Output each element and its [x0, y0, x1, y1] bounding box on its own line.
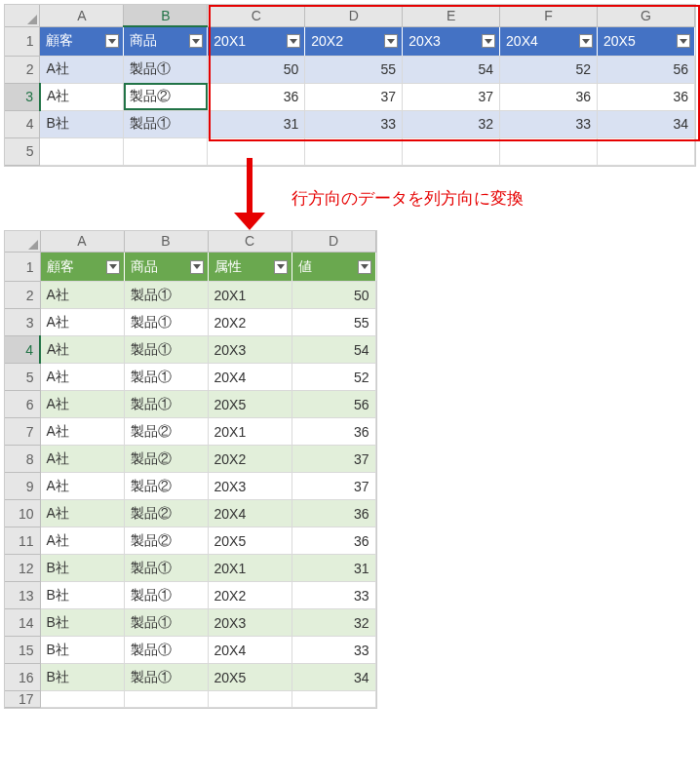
cell[interactable] — [208, 137, 305, 165]
col-header-A[interactable]: A — [40, 5, 124, 26]
cell[interactable]: 52 — [500, 56, 598, 83]
row-header-9[interactable]: 9 — [5, 473, 40, 500]
cell[interactable] — [208, 691, 292, 708]
cell[interactable]: 52 — [292, 364, 375, 391]
cell[interactable]: 20X4 — [208, 637, 292, 664]
cell[interactable]: 33 — [292, 637, 375, 664]
table-header-2[interactable]: 20X1 — [208, 26, 305, 56]
row-header-12[interactable]: 12 — [5, 555, 40, 582]
filter-dropdown-icon[interactable] — [274, 260, 288, 274]
col-header-D[interactable]: D — [292, 231, 375, 253]
table-header-1[interactable]: 商品 — [124, 253, 208, 282]
row-header-3[interactable]: 3 — [5, 309, 40, 336]
filter-dropdown-icon[interactable] — [287, 34, 300, 48]
cell[interactable] — [500, 137, 598, 165]
cell[interactable]: B社 — [40, 637, 124, 664]
cell[interactable]: A社 — [40, 500, 124, 527]
filter-dropdown-icon[interactable] — [358, 260, 371, 274]
cell[interactable]: B社 — [40, 555, 124, 582]
cell[interactable]: B社 — [40, 110, 124, 137]
col-header-A[interactable]: A — [40, 231, 124, 253]
cell[interactable]: 34 — [598, 110, 695, 137]
filter-dropdown-icon[interactable] — [190, 260, 204, 274]
cell[interactable]: 製品① — [124, 336, 208, 364]
cell[interactable]: 20X3 — [208, 473, 292, 500]
cell[interactable]: A社 — [40, 473, 124, 500]
cell[interactable]: 製品② — [124, 446, 208, 473]
cell[interactable]: 20X3 — [208, 609, 292, 637]
cell[interactable]: 20X4 — [208, 364, 292, 391]
cell[interactable]: A社 — [40, 418, 124, 446]
select-all-corner[interactable] — [5, 231, 40, 253]
filter-dropdown-icon[interactable] — [189, 34, 203, 48]
cell[interactable]: 製品① — [124, 110, 208, 137]
cell[interactable] — [598, 137, 695, 165]
row-header-16[interactable]: 16 — [5, 664, 40, 691]
row-header-1[interactable]: 1 — [5, 253, 40, 282]
cell[interactable]: 製品① — [124, 309, 208, 336]
row-header-5[interactable]: 5 — [5, 137, 40, 165]
bottom-spreadsheet[interactable]: ABCD1顧客商品属性値2A社製品①20X1503A社製品①20X2554A社製… — [4, 230, 377, 710]
cell[interactable]: 20X2 — [208, 309, 292, 336]
cell[interactable]: 36 — [208, 83, 305, 110]
table-header-4[interactable]: 20X3 — [403, 26, 500, 56]
col-header-G[interactable]: G — [598, 5, 695, 26]
row-header-17[interactable]: 17 — [5, 691, 40, 708]
cell[interactable]: 36 — [500, 83, 598, 110]
cell[interactable]: 20X5 — [208, 527, 292, 555]
cell[interactable]: 製品① — [124, 637, 208, 664]
row-header-4[interactable]: 4 — [5, 336, 40, 364]
cell[interactable]: A社 — [40, 83, 124, 110]
cell[interactable]: A社 — [40, 309, 124, 336]
cell[interactable] — [40, 137, 124, 165]
col-header-B[interactable]: B — [124, 5, 208, 26]
cell[interactable] — [305, 137, 403, 165]
filter-dropdown-icon[interactable] — [105, 34, 119, 48]
table-header-5[interactable]: 20X4 — [500, 26, 598, 56]
cell[interactable] — [124, 691, 208, 708]
cell[interactable]: A社 — [40, 364, 124, 391]
cell[interactable]: 20X4 — [208, 500, 292, 527]
cell[interactable]: 55 — [292, 309, 375, 336]
cell[interactable]: 56 — [292, 391, 375, 418]
cell[interactable]: A社 — [40, 56, 124, 83]
top-spreadsheet[interactable]: ABCDEFG1顧客商品20X120X220X320X420X52A社製品①50… — [4, 4, 696, 167]
cell[interactable]: 37 — [292, 446, 375, 473]
cell[interactable]: 20X1 — [208, 282, 292, 309]
cell[interactable]: A社 — [40, 336, 124, 364]
row-header-14[interactable]: 14 — [5, 609, 40, 637]
cell[interactable]: 33 — [292, 582, 375, 609]
cell[interactable]: B社 — [40, 582, 124, 609]
cell[interactable]: 20X2 — [208, 582, 292, 609]
col-header-C[interactable]: C — [208, 231, 292, 253]
cell[interactable] — [292, 691, 375, 708]
cell[interactable]: 製品② — [124, 527, 208, 555]
cell[interactable]: 54 — [403, 56, 500, 83]
filter-dropdown-icon[interactable] — [106, 260, 120, 274]
cell[interactable]: 37 — [403, 83, 500, 110]
row-header-2[interactable]: 2 — [5, 282, 40, 309]
cell[interactable]: 20X3 — [208, 336, 292, 364]
col-header-E[interactable]: E — [403, 5, 500, 26]
cell[interactable]: 20X1 — [208, 418, 292, 446]
cell[interactable]: B社 — [40, 609, 124, 637]
cell[interactable]: 36 — [292, 500, 375, 527]
filter-dropdown-icon[interactable] — [482, 34, 495, 48]
cell[interactable]: A社 — [40, 282, 124, 309]
cell[interactable]: 製品② — [124, 500, 208, 527]
row-header-7[interactable]: 7 — [5, 418, 40, 446]
cell[interactable]: 製品① — [124, 282, 208, 309]
cell[interactable] — [403, 137, 500, 165]
cell[interactable]: 50 — [208, 56, 305, 83]
col-header-F[interactable]: F — [500, 5, 598, 26]
cell[interactable]: 56 — [598, 56, 695, 83]
cell[interactable]: 36 — [292, 418, 375, 446]
row-header-10[interactable]: 10 — [5, 500, 40, 527]
cell[interactable]: 製品① — [124, 391, 208, 418]
cell[interactable]: A社 — [40, 527, 124, 555]
cell[interactable]: 製品② — [124, 418, 208, 446]
cell[interactable]: 製品① — [124, 364, 208, 391]
cell[interactable]: 50 — [292, 282, 375, 309]
row-header-1[interactable]: 1 — [5, 26, 40, 56]
cell[interactable]: 製品① — [124, 56, 208, 83]
